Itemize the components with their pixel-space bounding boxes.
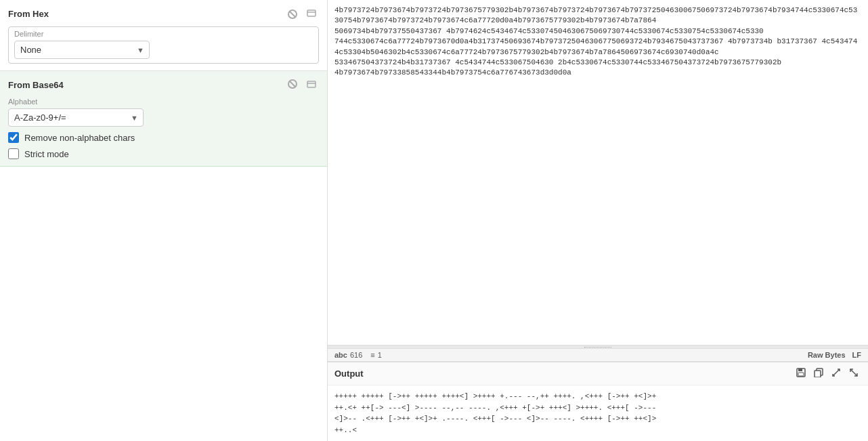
from-hex-icons <box>285 7 319 21</box>
svg-line-1 <box>290 11 296 17</box>
remove-nonalphabet-label[interactable]: Remove non-alphabet chars <box>24 133 135 143</box>
strict-mode-label[interactable]: Strict mode <box>24 149 69 159</box>
from-base64-title: From Base64 <box>8 80 64 90</box>
status-left: abc 616 ≡ 1 <box>334 351 382 359</box>
alphabet-select-wrapper: A-Za-z0-9+/= A-Za-z0-9-_ A-Za-z0-9-_= ▼ <box>8 108 144 127</box>
delimiter-select[interactable]: None Auto 0x Space Comma <box>14 41 150 59</box>
status-bar: abc 616 ≡ 1 Raw Bytes LF <box>328 348 868 362</box>
delimiter-label: Delimiter <box>14 30 313 38</box>
save-icon <box>796 368 806 379</box>
svg-rect-10 <box>798 373 804 376</box>
ban-icon-2 <box>288 79 297 91</box>
from-base64-ban-button[interactable] <box>285 78 300 92</box>
lf-label: LF <box>852 351 861 359</box>
output-header: Output <box>328 362 868 385</box>
from-hex-header: From Hex <box>8 7 319 21</box>
svg-rect-6 <box>307 81 316 87</box>
char-count: 616 <box>350 351 362 359</box>
expand-in-button[interactable] <box>829 366 844 381</box>
svg-line-5 <box>290 81 296 87</box>
remove-nonalphabet-checkbox[interactable] <box>8 132 19 143</box>
copy-output-button[interactable] <box>811 366 826 381</box>
status-right: Raw Bytes LF <box>808 351 861 359</box>
alphabet-wrapper: Alphabet A-Za-z0-9+/= A-Za-z0-9-_ A-Za-z… <box>8 98 319 127</box>
from-base64-icons <box>285 78 319 92</box>
hex-output: 4b7973724b7973674b7973724b7973675779302b… <box>328 0 868 345</box>
save-output-button[interactable] <box>794 366 808 381</box>
ban-icon <box>288 9 297 19</box>
left-panel: From Hex <box>0 0 328 441</box>
delimiter-select-wrapper: None Auto 0x Space Comma ▼ <box>14 41 150 59</box>
raw-bytes-label: Raw Bytes <box>808 351 846 359</box>
svg-rect-12 <box>815 371 821 377</box>
from-base64-section: From Base64 <box>0 71 327 167</box>
strict-mode-checkbox[interactable] <box>8 148 19 159</box>
copy-icon <box>814 368 823 379</box>
lines-item: ≡ 1 <box>370 351 382 359</box>
strict-mode-row: Strict mode <box>8 148 319 159</box>
from-hex-window-button[interactable] <box>304 7 319 21</box>
divider-dots <box>584 347 611 348</box>
from-hex-ban-button[interactable] <box>285 8 300 20</box>
window-icon <box>307 8 316 20</box>
from-base64-header: From Base64 <box>8 78 319 92</box>
remove-nonalphabet-row: Remove non-alphabet chars <box>8 132 319 143</box>
output-action-icons <box>794 366 861 381</box>
expand-in-icon <box>831 368 841 379</box>
expand-out-icon <box>849 368 859 379</box>
from-hex-section: From Hex <box>0 0 327 71</box>
window-icon-2 <box>307 79 316 91</box>
svg-rect-9 <box>798 369 802 371</box>
output-content: +++++ +++++ [->++ +++++ ++++<] >++++ +.-… <box>328 385 868 441</box>
lines-icon: ≡ <box>370 351 374 359</box>
output-title: Output <box>334 369 364 379</box>
alphabet-label: Alphabet <box>8 98 319 106</box>
from-hex-title: From Hex <box>8 9 49 19</box>
lines-count: 1 <box>378 351 382 359</box>
expand-out-button[interactable] <box>846 366 861 381</box>
right-panel: 4b7973724b7973674b7973724b7973675779302b… <box>328 0 868 441</box>
delimiter-wrapper: Delimiter None Auto 0x Space Comma ▼ <box>8 26 319 64</box>
output-section: Output <box>328 362 868 441</box>
abc-label: abc <box>334 351 347 359</box>
from-base64-window-button[interactable] <box>304 78 319 92</box>
svg-rect-2 <box>307 10 316 16</box>
alphabet-select[interactable]: A-Za-z0-9+/= A-Za-z0-9-_ A-Za-z0-9-_= <box>8 108 144 127</box>
abc-count-item: abc 616 <box>334 351 362 359</box>
